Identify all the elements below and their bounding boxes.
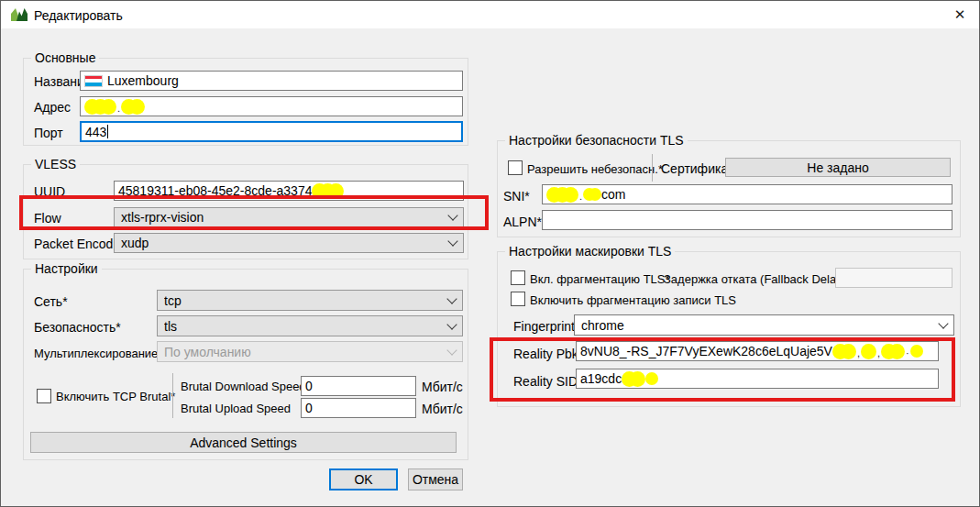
close-icon[interactable]: ✕	[948, 5, 972, 25]
reality-sid-value: a19cdc	[580, 371, 622, 386]
sni-value: com	[601, 187, 625, 202]
text-caret	[107, 125, 108, 138]
security-label: Безопасность*	[34, 320, 121, 335]
multiplexing-label: Мультиплексирование*	[34, 347, 162, 360]
brutal-upload-input[interactable]: 0	[301, 398, 416, 418]
brutal-download-value: 0	[305, 379, 313, 393]
chevron-down-icon	[446, 293, 457, 303]
certificate-label: Сертификат	[661, 161, 733, 176]
tls-record-fragment-checkbox[interactable]	[511, 292, 525, 306]
tls-fragment-checkbox[interactable]	[511, 270, 525, 285]
brutal-upload-unit: Мбит/с	[422, 402, 463, 416]
titlebar: Редактировать ✕	[1, 1, 979, 28]
luxembourg-flag-icon	[84, 75, 103, 87]
security-select[interactable]: tls	[157, 315, 463, 336]
edit-dialog-window: Редактировать ✕ Основные Название Luxemb…	[0, 0, 980, 507]
dialog-title: Редактировать	[34, 8, 123, 23]
allow-insecure-checkbox[interactable]	[508, 160, 523, 175]
fallback-delay-label: Задержка отката (Fallback Delay)*	[664, 272, 851, 286]
fingerprint-label: Fingerprint	[513, 319, 575, 334]
chevron-down-icon	[447, 210, 457, 220]
reality-pbk-label: Reality Pbk*	[513, 347, 583, 361]
flow-select[interactable]: xtls-rprx-vision	[114, 207, 464, 227]
uuid-input[interactable]: 45819311-eb08-45e2-8cde-a3374	[114, 181, 464, 201]
fallback-delay-input	[835, 268, 952, 288]
packet-encoding-value: xudp	[121, 236, 149, 250]
tls-record-fragment-label: Включить фрагментацию записи TLS	[530, 293, 736, 307]
uuid-label: UUID	[34, 184, 65, 199]
group-tls-masking-legend: Настройки маскировки TLS	[505, 244, 675, 259]
reality-sid-label: Reality SID*	[513, 374, 582, 389]
group-settings-legend: Настройки	[31, 261, 102, 276]
network-value: tcp	[164, 293, 182, 308]
sni-input[interactable]: . com	[542, 184, 952, 204]
cancel-button[interactable]: Отмена	[408, 468, 463, 490]
app-logo-icon	[10, 7, 28, 25]
chevron-down-icon	[446, 345, 457, 355]
tcp-brutal-label: Включить TCP Brutal*	[56, 390, 175, 403]
address-label: Адрес	[34, 100, 71, 115]
allow-insecure-label: Разрешить небезопасн.*	[527, 162, 663, 176]
fingerprint-select[interactable]: chrome	[574, 314, 954, 336]
port-value: 443	[85, 125, 106, 139]
reality-sid-input[interactable]: a19cdc	[576, 369, 939, 389]
ok-button[interactable]: OK	[329, 468, 398, 490]
name-value: Luxembourg	[107, 73, 179, 88]
packet-encoding-select[interactable]: xudp	[114, 233, 464, 253]
censor-blobs: .	[546, 185, 601, 204]
port-input[interactable]: 443	[80, 121, 463, 142]
brutal-upload-value: 0	[305, 401, 313, 415]
port-label: Порт	[34, 126, 63, 140]
multiplexing-select: По умолчанию	[157, 341, 463, 362]
chevron-down-icon	[938, 318, 948, 328]
tls-fragment-label: Вкл. фрагментацию TLS*	[530, 272, 670, 286]
censor-blobs: .	[84, 97, 145, 116]
divider	[652, 154, 653, 182]
tcp-brutal-checkbox[interactable]	[37, 389, 51, 403]
divider	[172, 373, 173, 418]
group-tls-security-legend: Настройки безопасности TLS	[505, 133, 688, 148]
chevron-down-icon	[446, 319, 457, 329]
certificate-button[interactable]: Не задано	[725, 158, 951, 177]
group-basic-legend: Основные	[31, 50, 99, 65]
advanced-settings-button[interactable]: Advanced Settings	[30, 432, 457, 453]
sni-label: SNI*	[503, 189, 530, 204]
flow-value: xtls-rprx-vision	[121, 210, 204, 225]
brutal-download-input[interactable]: 0	[301, 376, 416, 396]
network-label: Сеть*	[34, 294, 68, 309]
reality-pbk-input[interactable]: 8vNU8_-RS_J7F7VyEXewK28c6eLqUaje5V , , ·	[576, 341, 939, 361]
uuid-value: 45819311-eb08-45e2-8cde-a3374	[118, 183, 312, 198]
censor-blobs: , , ·	[832, 342, 923, 360]
censor-blobs	[622, 369, 658, 388]
brutal-upload-label: Brutal Upload Speed	[181, 402, 291, 415]
brutal-download-label: Brutal Download Speed*	[181, 380, 311, 393]
brutal-download-unit: Мбит/с	[422, 380, 463, 394]
security-value: tls	[164, 319, 177, 334]
alpn-input[interactable]	[542, 210, 952, 230]
network-select[interactable]: tcp	[157, 290, 463, 311]
group-vless-legend: VLESS	[31, 157, 80, 171]
flow-label: Flow	[34, 211, 61, 226]
name-input[interactable]: Luxembourg	[80, 71, 463, 91]
reality-pbk-value: 8vNU8_-RS_J7F7VyEXewK28c6eLqUaje5V	[580, 344, 832, 358]
chevron-down-icon	[447, 236, 457, 246]
multiplexing-value: По умолчанию	[164, 345, 251, 359]
address-input[interactable]: .	[80, 96, 463, 116]
fingerprint-value: chrome	[581, 318, 624, 333]
alpn-label: ALPN*	[503, 215, 542, 229]
censor-blobs	[312, 182, 344, 200]
